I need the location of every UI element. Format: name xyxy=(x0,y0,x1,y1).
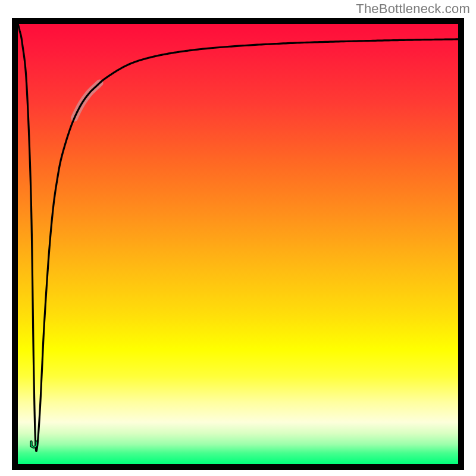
highlight-segment xyxy=(74,83,100,118)
curve-layer xyxy=(18,24,458,464)
bottleneck-curve-path xyxy=(18,24,458,451)
plot-frame xyxy=(12,18,464,470)
notch-marker xyxy=(31,441,36,447)
attribution-label: TheBottleneck.com xyxy=(356,1,470,17)
canvas-wrap: TheBottleneck.com xyxy=(0,0,476,476)
